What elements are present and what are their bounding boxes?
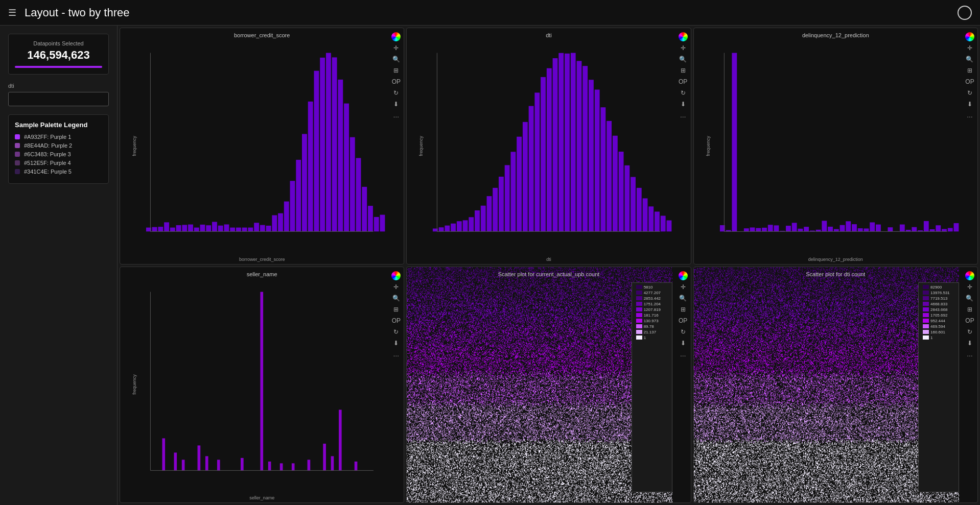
histogram-bar [822,221,827,231]
tool-icon-0[interactable]: ✛ [679,43,688,53]
menu-icon[interactable]: ☰ [8,7,16,18]
tool-icon-2[interactable]: ⊞ [965,305,974,314]
tool-icon-0[interactable]: ✛ [965,43,974,53]
tool-icon-4[interactable]: ↻ [965,327,974,336]
dti-label: dti [8,83,109,89]
tool-icon-4[interactable]: ↻ [391,327,401,336]
heatmap-legend-item: 1751.204 [636,302,670,306]
histogram-bar [643,198,648,231]
tool-icon-5[interactable]: ⬇ [391,339,401,348]
histogram-bar [541,77,546,231]
user-avatar[interactable] [958,6,972,20]
color-wheel-icon[interactable] [965,271,974,280]
tool-icon-2[interactable]: ⊞ [965,66,974,75]
legend-color-swatch [923,302,929,306]
tool-icon-2[interactable]: ⊞ [679,305,688,314]
tool-icon-1[interactable]: 🔍 [965,55,974,64]
histogram-bar [936,225,941,231]
palette-item-label: #6C3483: Purple 3 [24,151,71,157]
datapoints-label: Datapoints Selected [15,40,102,46]
palette-item: #6C3483: Purple 3 [15,151,102,157]
histogram-bar [194,228,199,232]
tool-icon-5[interactable]: ⬇ [965,100,974,109]
tool-icon-2[interactable]: ⊞ [679,66,688,75]
histogram-bar [900,225,905,232]
heatmap-legend-item: 4277.207 [636,291,670,295]
histogram-bar [762,228,767,231]
tool-icon-3[interactable]: OP [391,316,401,325]
color-wheel-icon[interactable] [391,32,401,41]
palette-dot [15,160,20,165]
histogram-bar [158,227,163,231]
chart-tools-scatter_upb: ✛🔍⊞OP↻⬇… [679,271,688,359]
bar [339,410,342,470]
tool-icon-0[interactable]: ✛ [965,282,974,292]
legend-value-label: 1751.204 [644,302,661,306]
tool-icon-4[interactable]: ↻ [679,88,688,98]
tool-icon-0[interactable]: ✛ [391,43,401,53]
tool-icon-6[interactable]: … [965,350,974,359]
tool-icon-2[interactable]: ⊞ [391,305,401,314]
heatmap-legend-item: 2843.668 [923,307,956,312]
histogram-bar [744,228,749,231]
chart-tools-scatter_dti: ✛🔍⊞OP↻⬇… [965,271,974,359]
tool-icon-4[interactable]: ↻ [391,88,401,98]
histogram-bar [565,54,570,232]
tool-icon-5[interactable]: ⬇ [391,100,401,109]
legend-color-swatch [636,313,642,317]
tool-icon-6[interactable]: … [391,111,401,120]
legend-value-label: 181.716 [644,313,659,318]
histogram-bar [523,122,528,231]
tool-icon-6[interactable]: … [965,111,974,120]
tool-icon-6[interactable]: … [679,111,688,120]
histogram-bar [846,221,851,231]
legend-value-label: 2843.668 [930,307,947,312]
palette-items: #A932FF: Purple 1#8E44AD: Purple 2#6C348… [15,134,102,175]
histogram-bar [786,226,791,231]
legend-value-label: 7719.513 [930,296,947,301]
legend-value-label: 1705.692 [930,313,947,318]
histogram-bar [362,187,367,231]
charts-area: borrower_credit_score✛🔍⊞OP↻⬇…frequencybo… [118,26,980,505]
palette-dot [15,152,20,157]
histogram-bar [559,53,564,232]
heatmap-legend-item: 469.594 [923,324,956,329]
bar [280,463,283,470]
histogram-bar [356,158,361,231]
tool-icon-1[interactable]: 🔍 [679,294,688,303]
tool-icon-6[interactable]: … [391,350,401,359]
tool-icon-3[interactable]: OP [679,316,688,325]
tool-icon-5[interactable]: ⬇ [679,339,688,348]
tool-icon-5[interactable]: ⬇ [679,100,688,109]
bar [241,458,244,470]
color-wheel-icon[interactable] [679,32,688,41]
tool-icon-3[interactable]: OP [679,77,688,86]
page-title: Layout - two by three [25,6,129,19]
tool-icon-1[interactable]: 🔍 [679,55,688,64]
tool-icon-1[interactable]: 🔍 [391,294,401,303]
tool-icon-0[interactable]: ✛ [391,282,401,292]
tool-icon-6[interactable]: … [679,350,688,359]
histogram-svg-borrower_credit_score [146,42,385,253]
tool-icon-5[interactable]: ⬇ [965,339,974,348]
tool-icon-0[interactable]: ✛ [679,282,688,292]
legend-value-label: 1 [930,335,932,340]
histogram-bar [332,57,337,231]
color-wheel-icon[interactable] [679,271,688,280]
tool-icon-3[interactable]: OP [965,316,974,325]
tool-icon-3[interactable]: OP [391,77,401,86]
histogram-bar [798,229,803,232]
tool-icon-1[interactable]: 🔍 [965,294,974,303]
chart-title-dti: dti [407,32,690,38]
histogram-bar [320,58,325,231]
tool-icon-2[interactable]: ⊞ [391,66,401,75]
color-wheel-icon[interactable] [391,271,401,280]
histogram-bar [834,229,839,232]
chart-panel-dti: dti✛🔍⊞OP↻⬇…frequencydti [406,28,691,264]
tool-icon-4[interactable]: ↻ [965,88,974,98]
color-wheel-icon[interactable] [965,32,974,41]
dti-input[interactable] [8,92,109,106]
tool-icon-3[interactable]: OP [965,77,974,86]
tool-icon-1[interactable]: 🔍 [391,55,401,64]
tool-icon-4[interactable]: ↻ [679,327,688,336]
